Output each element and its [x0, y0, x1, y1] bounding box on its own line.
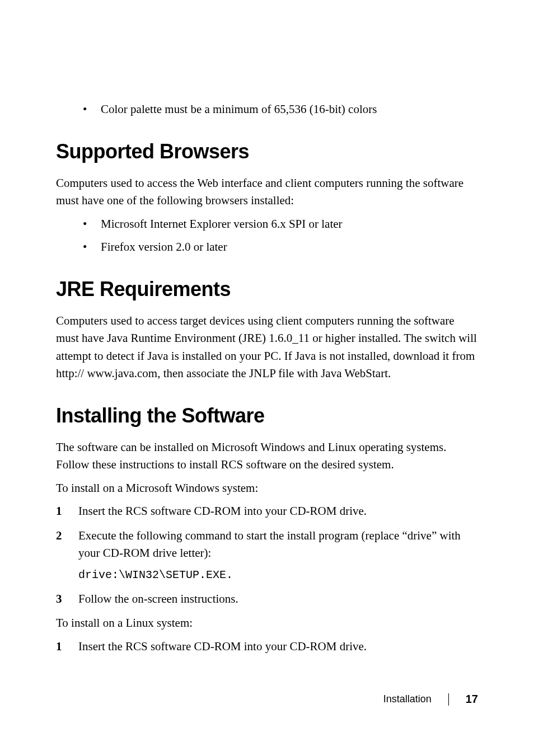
linux-steps-list: 1 Insert the RCS software CD-ROM into yo…	[56, 638, 478, 656]
step-text: Follow the on-screen instructions.	[78, 592, 238, 605]
step-number: 3	[56, 590, 62, 608]
windows-steps-list: 1 Insert the RCS software CD-ROM into yo…	[56, 503, 478, 608]
install-linux-label: To install on a Linux system:	[56, 614, 478, 632]
list-item: 2 Execute the following command to start…	[56, 527, 478, 584]
step-number: 1	[56, 503, 62, 520]
list-item: 1 Insert the RCS software CD-ROM into yo…	[56, 638, 478, 656]
lead-bullet-list: Color palette must be a minimum of 65,53…	[56, 101, 478, 119]
step-text: Insert the RCS software CD-ROM into your…	[78, 640, 367, 653]
list-item: Microsoft Internet Explorer version 6.x …	[56, 215, 478, 233]
step-text: Execute the following command to start t…	[78, 529, 461, 560]
footer-section-name: Installation	[383, 693, 432, 705]
list-item: 3 Follow the on-screen instructions.	[56, 590, 478, 608]
heading-supported-browsers: Supported Browsers	[56, 140, 478, 163]
lead-bullet-item: Color palette must be a minimum of 65,53…	[56, 101, 478, 119]
install-intro: The software can be installed on Microso…	[56, 439, 478, 474]
step-code: drive:\WIN32\SETUP.EXE.	[78, 567, 478, 584]
heading-jre-requirements: JRE Requirements	[56, 278, 478, 301]
jre-body: Computers used to access target devices …	[56, 312, 478, 383]
list-item: Firefox version 2.0 or later	[56, 238, 478, 256]
step-number: 2	[56, 527, 62, 545]
list-item: 1 Insert the RCS software CD-ROM into yo…	[56, 503, 478, 520]
supported-browsers-list: Microsoft Internet Explorer version 6.x …	[56, 215, 478, 256]
supported-browsers-intro: Computers used to access the Web interfa…	[56, 175, 478, 210]
page-footer: Installation 17	[383, 693, 478, 706]
install-windows-label: To install on a Microsoft Windows system…	[56, 480, 478, 497]
page-number: 17	[466, 693, 478, 706]
step-text: Insert the RCS software CD-ROM into your…	[78, 504, 367, 518]
heading-installing-software: Installing the Software	[56, 404, 478, 428]
step-number: 1	[56, 638, 62, 656]
footer-divider	[448, 693, 449, 706]
